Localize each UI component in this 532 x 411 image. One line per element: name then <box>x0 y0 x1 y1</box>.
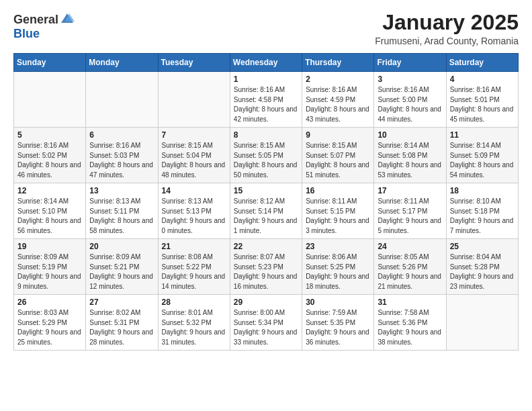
calendar-cell-w0-d6: 4Sunrise: 8:16 AM Sunset: 5:01 PM Daylig… <box>446 72 518 128</box>
calendar-week-2: 12Sunrise: 8:14 AM Sunset: 5:10 PM Dayli… <box>14 183 519 239</box>
day-info-4: Sunrise: 8:16 AM Sunset: 5:01 PM Dayligh… <box>450 85 515 124</box>
day-info-8: Sunrise: 8:15 AM Sunset: 5:05 PM Dayligh… <box>234 141 298 180</box>
calendar-cell-w2-d4: 16Sunrise: 8:11 AM Sunset: 5:15 PM Dayli… <box>302 183 374 239</box>
calendar-week-0: 1Sunrise: 8:16 AM Sunset: 4:58 PM Daylig… <box>14 72 519 128</box>
calendar-cell-w3-d5: 24Sunrise: 8:05 AM Sunset: 5:26 PM Dayli… <box>374 239 446 295</box>
day-number-12: 12 <box>17 186 82 195</box>
day-info-27: Sunrise: 8:02 AM Sunset: 5:31 PM Dayligh… <box>89 308 154 347</box>
day-number-5: 5 <box>17 130 82 140</box>
calendar-cell-w1-d0: 5Sunrise: 8:16 AM Sunset: 5:02 PM Daylig… <box>14 128 86 183</box>
header-saturday: Saturday <box>446 54 518 72</box>
header: General Blue January 2025 Frumuseni, Ara… <box>13 11 519 46</box>
calendar-cell-w1-d4: 9Sunrise: 8:15 AM Sunset: 5:07 PM Daylig… <box>302 128 374 183</box>
header-tuesday: Tuesday <box>158 54 230 72</box>
calendar-week-4: 26Sunrise: 8:03 AM Sunset: 5:29 PM Dayli… <box>14 295 519 351</box>
day-info-23: Sunrise: 8:06 AM Sunset: 5:25 PM Dayligh… <box>306 253 370 291</box>
calendar-cell-w0-d0 <box>14 72 86 128</box>
header-friday: Friday <box>374 54 446 72</box>
calendar-cell-w3-d2: 21Sunrise: 8:08 AM Sunset: 5:22 PM Dayli… <box>158 239 230 295</box>
calendar-cell-w3-d4: 23Sunrise: 8:06 AM Sunset: 5:25 PM Dayli… <box>302 239 374 295</box>
calendar-cell-w4-d4: 30Sunrise: 7:59 AM Sunset: 5:35 PM Dayli… <box>302 295 374 351</box>
calendar-cell-w4-d3: 29Sunrise: 8:00 AM Sunset: 5:34 PM Dayli… <box>230 295 302 351</box>
calendar-cell-w4-d1: 27Sunrise: 8:02 AM Sunset: 5:31 PM Dayli… <box>86 295 158 351</box>
calendar-cell-w4-d2: 28Sunrise: 8:01 AM Sunset: 5:32 PM Dayli… <box>158 295 230 351</box>
day-info-14: Sunrise: 8:13 AM Sunset: 5:13 PM Dayligh… <box>162 197 226 236</box>
header-sunday: Sunday <box>14 54 86 72</box>
day-info-26: Sunrise: 8:03 AM Sunset: 5:29 PM Dayligh… <box>17 308 82 347</box>
calendar-cell-w3-d0: 19Sunrise: 8:09 AM Sunset: 5:19 PM Dayli… <box>14 239 86 295</box>
title-block: January 2025 Frumuseni, Arad County, Rom… <box>375 11 519 46</box>
day-info-19: Sunrise: 8:09 AM Sunset: 5:19 PM Dayligh… <box>17 253 82 291</box>
day-info-7: Sunrise: 8:15 AM Sunset: 5:04 PM Dayligh… <box>162 141 226 180</box>
day-info-12: Sunrise: 8:14 AM Sunset: 5:10 PM Dayligh… <box>17 197 82 236</box>
calendar-cell-w3-d6: 25Sunrise: 8:04 AM Sunset: 5:28 PM Dayli… <box>446 239 518 295</box>
day-number-10: 10 <box>378 130 442 140</box>
calendar-cell-w3-d3: 22Sunrise: 8:07 AM Sunset: 5:23 PM Dayli… <box>230 239 302 295</box>
day-info-3: Sunrise: 8:16 AM Sunset: 5:00 PM Dayligh… <box>378 85 442 124</box>
day-number-6: 6 <box>89 130 154 140</box>
header-thursday: Thursday <box>302 54 374 72</box>
calendar-cell-w1-d5: 10Sunrise: 8:14 AM Sunset: 5:08 PM Dayli… <box>374 128 446 183</box>
calendar-cell-w2-d5: 17Sunrise: 8:11 AM Sunset: 5:17 PM Dayli… <box>374 183 446 239</box>
day-number-22: 22 <box>234 242 298 251</box>
day-number-31: 31 <box>378 298 442 307</box>
day-number-19: 19 <box>17 242 82 251</box>
calendar-body: 1Sunrise: 8:16 AM Sunset: 4:58 PM Daylig… <box>14 72 519 351</box>
day-info-17: Sunrise: 8:11 AM Sunset: 5:17 PM Dayligh… <box>378 197 442 236</box>
day-info-20: Sunrise: 8:09 AM Sunset: 5:21 PM Dayligh… <box>89 253 154 291</box>
day-info-9: Sunrise: 8:15 AM Sunset: 5:07 PM Dayligh… <box>306 141 370 180</box>
calendar-cell-w2-d3: 15Sunrise: 8:12 AM Sunset: 5:14 PM Dayli… <box>230 183 302 239</box>
calendar-cell-w1-d1: 6Sunrise: 8:16 AM Sunset: 5:03 PM Daylig… <box>86 128 158 183</box>
day-number-30: 30 <box>306 298 370 307</box>
calendar-cell-w4-d5: 31Sunrise: 7:58 AM Sunset: 5:36 PM Dayli… <box>374 295 446 351</box>
day-info-22: Sunrise: 8:07 AM Sunset: 5:23 PM Dayligh… <box>234 253 298 291</box>
calendar-cell-w4-d0: 26Sunrise: 8:03 AM Sunset: 5:29 PM Dayli… <box>14 295 86 351</box>
day-info-13: Sunrise: 8:13 AM Sunset: 5:11 PM Dayligh… <box>89 197 154 236</box>
day-info-18: Sunrise: 8:10 AM Sunset: 5:18 PM Dayligh… <box>450 197 515 236</box>
day-info-2: Sunrise: 8:16 AM Sunset: 4:59 PM Dayligh… <box>306 85 370 124</box>
day-number-23: 23 <box>306 242 370 251</box>
calendar-table: Sunday Monday Tuesday Wednesday Thursday… <box>13 53 519 351</box>
day-number-29: 29 <box>234 298 298 307</box>
logo-icon <box>60 11 75 26</box>
day-info-31: Sunrise: 7:58 AM Sunset: 5:36 PM Dayligh… <box>378 308 442 347</box>
calendar-week-1: 5Sunrise: 8:16 AM Sunset: 5:02 PM Daylig… <box>14 128 519 183</box>
day-number-17: 17 <box>378 186 442 195</box>
calendar-cell-w1-d2: 7Sunrise: 8:15 AM Sunset: 5:04 PM Daylig… <box>158 128 230 183</box>
calendar-cell-w0-d5: 3Sunrise: 8:16 AM Sunset: 5:00 PM Daylig… <box>374 72 446 128</box>
day-number-15: 15 <box>234 186 298 195</box>
day-info-21: Sunrise: 8:08 AM Sunset: 5:22 PM Dayligh… <box>162 253 226 291</box>
header-wednesday: Wednesday <box>230 54 302 72</box>
day-info-10: Sunrise: 8:14 AM Sunset: 5:08 PM Dayligh… <box>378 141 442 180</box>
day-number-4: 4 <box>450 75 515 84</box>
day-number-25: 25 <box>450 242 515 251</box>
calendar-cell-w1-d6: 11Sunrise: 8:14 AM Sunset: 5:09 PM Dayli… <box>446 128 518 183</box>
calendar-cell-w3-d1: 20Sunrise: 8:09 AM Sunset: 5:21 PM Dayli… <box>86 239 158 295</box>
calendar-cell-w2-d6: 18Sunrise: 8:10 AM Sunset: 5:18 PM Dayli… <box>446 183 518 239</box>
day-number-14: 14 <box>162 186 226 195</box>
day-number-13: 13 <box>89 186 154 195</box>
calendar-week-3: 19Sunrise: 8:09 AM Sunset: 5:19 PM Dayli… <box>14 239 519 295</box>
day-number-8: 8 <box>234 130 298 140</box>
day-number-3: 3 <box>378 75 442 84</box>
header-monday: Monday <box>86 54 158 72</box>
day-info-15: Sunrise: 8:12 AM Sunset: 5:14 PM Dayligh… <box>234 197 298 236</box>
day-info-11: Sunrise: 8:14 AM Sunset: 5:09 PM Dayligh… <box>450 141 515 180</box>
day-number-27: 27 <box>89 298 154 307</box>
day-number-11: 11 <box>450 130 515 140</box>
calendar-cell-w0-d1 <box>86 72 158 128</box>
page: General Blue January 2025 Frumuseni, Ara… <box>0 0 532 411</box>
logo-general-text: General <box>13 13 58 27</box>
calendar-subtitle: Frumuseni, Arad County, Romania <box>375 36 519 46</box>
calendar-cell-w0-d4: 2Sunrise: 8:16 AM Sunset: 4:59 PM Daylig… <box>302 72 374 128</box>
day-number-7: 7 <box>162 130 226 140</box>
calendar-cell-w2-d0: 12Sunrise: 8:14 AM Sunset: 5:10 PM Dayli… <box>14 183 86 239</box>
day-number-26: 26 <box>17 298 82 307</box>
day-number-2: 2 <box>306 75 370 84</box>
logo: General Blue <box>13 11 75 41</box>
calendar-cell-w0-d3: 1Sunrise: 8:16 AM Sunset: 4:58 PM Daylig… <box>230 72 302 128</box>
day-info-16: Sunrise: 8:11 AM Sunset: 5:15 PM Dayligh… <box>306 197 370 236</box>
day-info-28: Sunrise: 8:01 AM Sunset: 5:32 PM Dayligh… <box>162 308 226 347</box>
weekday-header-row: Sunday Monday Tuesday Wednesday Thursday… <box>14 54 519 72</box>
day-info-24: Sunrise: 8:05 AM Sunset: 5:26 PM Dayligh… <box>378 253 442 291</box>
